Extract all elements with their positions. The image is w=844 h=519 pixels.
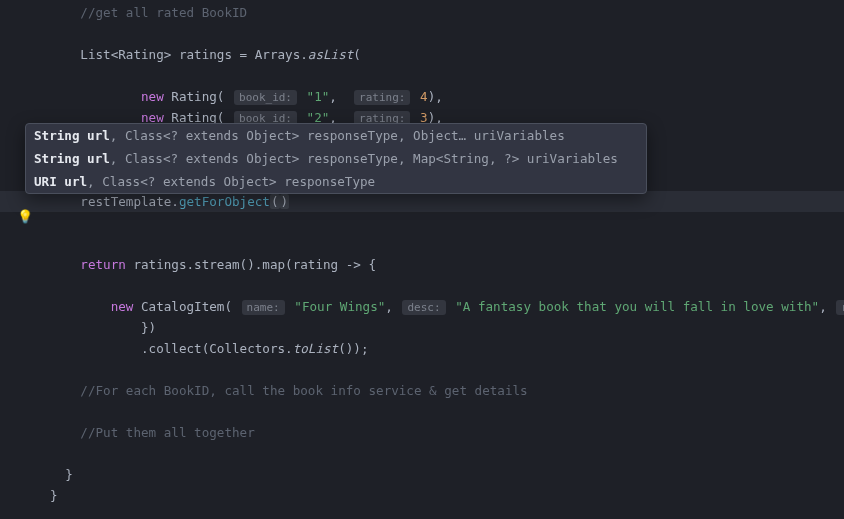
popup-row[interactable]: URI url, Class<? extends Object> respons…	[26, 170, 646, 193]
code-line: //For each BookID, call the book info se…	[0, 380, 844, 401]
code-line: List<Rating> ratings = Arrays.asList(	[0, 44, 844, 65]
code-line: }	[0, 485, 844, 506]
code-line	[0, 65, 844, 86]
code-line	[0, 275, 844, 296]
gutter: 💡	[0, 0, 36, 506]
caret-line[interactable]: restTemplate.getForObject()	[0, 191, 844, 212]
lightbulb-icon[interactable]: 💡	[17, 210, 31, 224]
code-line	[0, 443, 844, 464]
code-line: return ratings.stream().map(rating -> {	[0, 254, 844, 275]
parameter-info-popup[interactable]: String url, Class<? extends Object> resp…	[25, 123, 647, 194]
code-line: //get all rated BookID	[0, 2, 844, 23]
code-line: }	[0, 464, 844, 485]
param-hint: rating:	[836, 300, 844, 315]
code-line: new Rating( book_id: "1", rating: 4),	[0, 86, 844, 107]
code-line: })	[0, 317, 844, 338]
popup-row[interactable]: String url, Class<? extends Object> resp…	[26, 147, 646, 170]
param-hint: rating:	[354, 90, 410, 105]
code-line: .collect(Collectors.toList());	[0, 338, 844, 359]
param-hint: desc:	[402, 300, 445, 315]
param-hint: book_id:	[234, 90, 297, 105]
code-line	[0, 401, 844, 422]
code-line: //Put them all together	[0, 422, 844, 443]
code-line	[0, 233, 844, 254]
code-editor[interactable]: 💡 //get all rated BookID List<Rating> ra…	[0, 0, 844, 506]
code-line	[0, 359, 844, 380]
popup-row[interactable]: String url, Class<? extends Object> resp…	[26, 124, 646, 147]
code-line: new CatalogItem( name: "Four Wings", des…	[0, 296, 844, 317]
param-hint: name:	[242, 300, 285, 315]
code-line	[0, 23, 844, 44]
code-line	[0, 212, 844, 233]
